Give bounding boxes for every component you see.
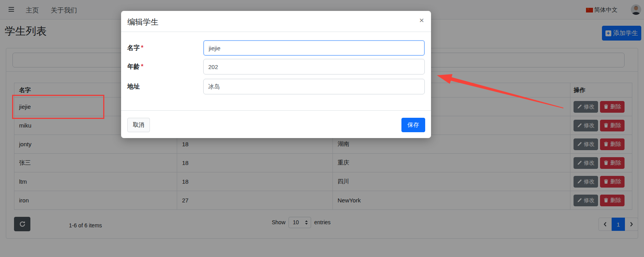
name-label: 名字* — [127, 40, 203, 56]
modal-title: 编辑学生 — [127, 17, 158, 27]
name-field[interactable] — [203, 40, 425, 56]
field-row-address: 地址 — [127, 79, 425, 94]
field-row-name: 名字* — [127, 40, 425, 56]
address-label: 地址 — [127, 79, 203, 94]
modal-footer-divider — [121, 110, 431, 111]
close-icon[interactable]: × — [419, 16, 424, 24]
age-field[interactable] — [203, 59, 425, 74]
field-row-age: 年龄* — [127, 59, 425, 74]
age-label: 年龄* — [127, 59, 203, 74]
required-asterisk: * — [141, 44, 143, 51]
save-button[interactable]: 保存 — [401, 118, 425, 132]
cancel-button[interactable]: 取消 — [127, 118, 150, 132]
address-field[interactable] — [203, 79, 425, 94]
modal-header: 编辑学生 × — [121, 11, 431, 32]
edit-student-modal: 编辑学生 × 名字* 年龄* 地址 取消 保存 — [121, 11, 431, 138]
required-asterisk: * — [141, 63, 143, 70]
